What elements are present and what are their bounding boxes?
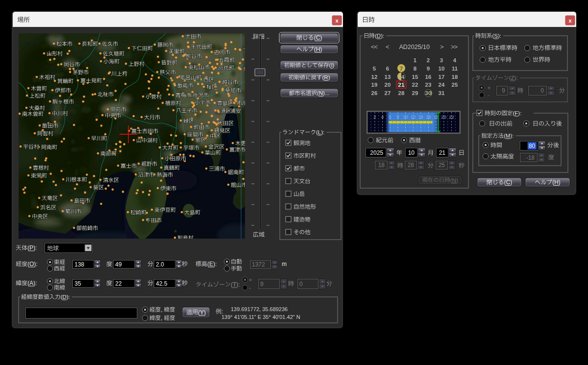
- svg-text:30: 30: [425, 90, 432, 96]
- svg-text:(M):: (M):: [504, 133, 514, 139]
- svg-text:139° 41'05.11″ E 35° 40'01.42″: 139° 41'05.11″ E 35° 40'01.42″ N: [221, 314, 300, 320]
- svg-text:2: 2: [427, 57, 430, 63]
- svg-text:2.0: 2.0: [156, 261, 164, 268]
- svg-text:8: 8: [396, 114, 399, 120]
- svg-text:20: 20: [441, 114, 447, 120]
- svg-text:(O):: (O):: [27, 261, 38, 268]
- svg-text:22: 22: [115, 280, 122, 287]
- svg-text:16: 16: [425, 74, 432, 80]
- svg-text:139.691772, 35.689236: 139.691772, 35.689236: [231, 306, 288, 312]
- svg-text:24: 24: [439, 82, 445, 88]
- svg-text:(C): (C): [504, 179, 513, 186]
- svg-text:+: +: [249, 277, 252, 283]
- svg-text:0: 0: [299, 281, 303, 288]
- svg-text:21: 21: [439, 149, 446, 156]
- svg-text:(R): (R): [322, 74, 330, 80]
- svg-text:29: 29: [412, 90, 418, 96]
- svg-text:13: 13: [385, 74, 391, 80]
- svg-text:14: 14: [418, 114, 424, 120]
- svg-text:-: -: [488, 92, 490, 98]
- svg-text:(Y): (Y): [198, 309, 206, 316]
- svg-text:9: 9: [427, 66, 430, 72]
- svg-text:(F):: (F):: [513, 110, 522, 116]
- svg-text:4: 4: [453, 57, 457, 63]
- svg-text:22: 22: [412, 82, 418, 88]
- svg-text:22: 22: [449, 114, 454, 120]
- svg-text:23: 23: [425, 82, 432, 88]
- svg-text:x: x: [568, 18, 572, 24]
- svg-text:5: 5: [373, 66, 376, 72]
- svg-text:26: 26: [371, 90, 378, 96]
- svg-text:(E):: (E):: [207, 261, 217, 268]
- svg-text:(D):: (D):: [375, 33, 384, 39]
- svg-text:1: 1: [414, 57, 417, 63]
- svg-text:20: 20: [385, 82, 391, 88]
- svg-text:42.5: 42.5: [156, 280, 168, 287]
- svg-text:2: 2: [373, 114, 376, 120]
- svg-text:10: 10: [408, 149, 415, 156]
- svg-text:(Z):: (Z):: [509, 75, 518, 81]
- svg-text:18: 18: [378, 162, 385, 169]
- svg-text:6: 6: [389, 114, 392, 120]
- svg-text:(D):: (D):: [61, 294, 70, 300]
- svg-text:(H): (H): [314, 46, 322, 53]
- svg-text:m: m: [282, 261, 287, 268]
- svg-text:(I): (I): [329, 62, 335, 68]
- svg-text:>>: >>: [451, 43, 458, 50]
- svg-text:80: 80: [529, 143, 536, 149]
- svg-text:(P):: (P):: [27, 244, 37, 251]
- svg-text:(C): (C): [314, 34, 322, 41]
- svg-text:11: 11: [452, 66, 458, 72]
- svg-text:17: 17: [439, 74, 445, 80]
- svg-text:(A):: (A):: [27, 280, 37, 287]
- svg-text:12: 12: [371, 74, 378, 80]
- svg-text:12: 12: [411, 114, 416, 120]
- svg-text:7: 7: [400, 66, 403, 72]
- svg-text:(N)...: (N)...: [317, 90, 330, 96]
- svg-text:9: 9: [260, 281, 264, 288]
- svg-text:31: 31: [439, 90, 445, 96]
- svg-text:,: ,: [161, 307, 162, 313]
- svg-text:3: 3: [440, 57, 443, 63]
- svg-text:21: 21: [398, 82, 405, 88]
- svg-text:(N): (N): [450, 177, 458, 183]
- svg-text:8: 8: [414, 66, 417, 72]
- svg-text:1372: 1372: [252, 261, 265, 268]
- svg-text:35: 35: [74, 280, 81, 287]
- svg-text:25: 25: [452, 82, 458, 88]
- svg-text:<: <: [386, 43, 390, 50]
- svg-text:16: 16: [426, 114, 431, 120]
- svg-text:-: -: [249, 285, 251, 291]
- svg-text:10: 10: [439, 66, 445, 72]
- svg-text:(S):: (S):: [492, 33, 502, 39]
- svg-text:138: 138: [74, 261, 84, 268]
- svg-text:(T):: (T):: [231, 281, 240, 288]
- svg-text:6: 6: [386, 66, 389, 72]
- svg-text:-18: -18: [526, 154, 535, 161]
- svg-text:10: 10: [403, 114, 408, 120]
- svg-text:4: 4: [381, 114, 384, 120]
- svg-text:49: 49: [115, 261, 122, 268]
- svg-text:9: 9: [502, 87, 505, 94]
- svg-text:25: 25: [439, 162, 445, 169]
- svg-text:18: 18: [452, 74, 458, 80]
- svg-text:x: x: [335, 18, 339, 24]
- svg-text:28: 28: [408, 162, 415, 169]
- svg-text:(L):: (L):: [316, 129, 324, 135]
- svg-text:14: 14: [398, 74, 405, 80]
- svg-text:>: >: [440, 43, 444, 50]
- svg-text:15: 15: [412, 74, 418, 80]
- svg-text:19: 19: [371, 82, 378, 88]
- svg-text:27: 27: [385, 90, 391, 96]
- svg-text:<<: <<: [371, 43, 378, 50]
- svg-text:28: 28: [398, 90, 405, 96]
- svg-text:0: 0: [540, 87, 544, 94]
- svg-text:,: ,: [161, 315, 162, 321]
- svg-text:AD2025/10: AD2025/10: [399, 44, 430, 50]
- svg-text:(H): (H): [552, 179, 561, 186]
- svg-text:+: +: [488, 85, 490, 91]
- svg-text:2025: 2025: [370, 149, 383, 156]
